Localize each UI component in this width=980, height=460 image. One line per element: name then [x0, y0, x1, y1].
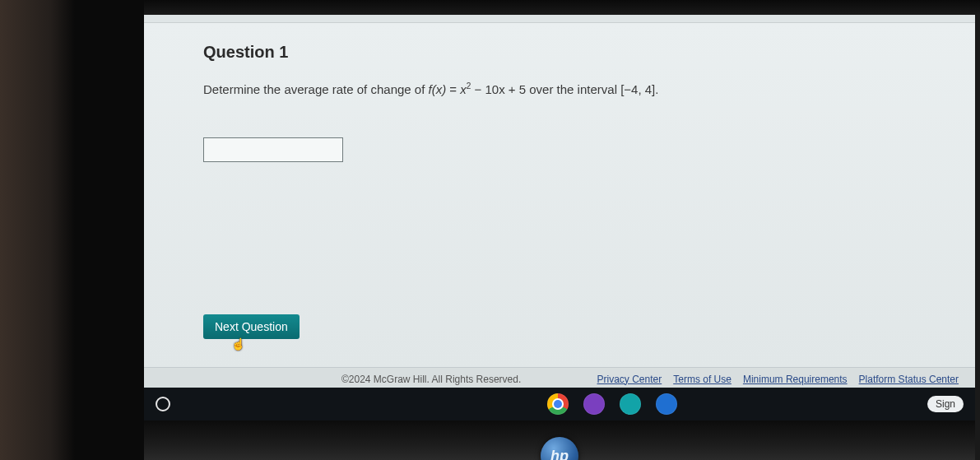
shelf-status-area: Sign — [927, 396, 964, 412]
browser-chrome-strip — [144, 15, 975, 23]
hp-logo-icon: hp — [541, 437, 578, 460]
prompt-suffix: over the interval [−4, 4]. — [526, 82, 658, 96]
laptop-bottom-bezel: hp — [144, 421, 975, 460]
function-label: f(x) — [429, 82, 447, 96]
laptop-bezel-top — [144, 0, 980, 15]
next-question-button[interactable]: Next Question — [203, 314, 300, 339]
screen-area: Question 1 Determine the average rate of… — [144, 15, 975, 390]
minimum-requirements-link[interactable]: Minimum Requirements — [743, 374, 848, 385]
question-panel: Question 1 Determine the average rate of… — [144, 23, 975, 367]
laptop-bezel-left — [0, 0, 144, 460]
privacy-center-link[interactable]: Privacy Center — [597, 374, 662, 385]
sign-pill[interactable]: Sign — [927, 396, 964, 412]
prompt-prefix: Determine the average rate of change of — [203, 82, 429, 96]
launcher-icon[interactable] — [156, 397, 170, 411]
question-title: Question 1 — [203, 43, 936, 62]
copyright-text: ©2024 McGraw Hill. All Rights Reserved. — [341, 374, 521, 385]
footer-bar: ©2024 McGraw Hill. All Rights Reserved. … — [144, 367, 975, 390]
answer-input[interactable] — [203, 137, 343, 162]
expr-x: x — [460, 82, 467, 96]
app-icon-blue[interactable] — [656, 393, 677, 415]
app-icon-purple[interactable] — [583, 393, 605, 415]
question-prompt: Determine the average rate of change of … — [203, 80, 936, 100]
app-icon-teal[interactable] — [620, 393, 641, 415]
cursor-hand-icon: ☝ — [231, 337, 245, 351]
terms-of-use-link[interactable]: Terms of Use — [673, 374, 732, 385]
chrome-icon[interactable] — [547, 393, 569, 415]
shelf-pinned-apps — [547, 393, 677, 415]
expr-rest: − 10x + 5 — [471, 82, 526, 96]
equals-sign: = — [446, 82, 460, 96]
platform-status-link[interactable]: Platform Status Center — [859, 374, 959, 385]
chromeos-shelf: Sign — [144, 388, 975, 421]
